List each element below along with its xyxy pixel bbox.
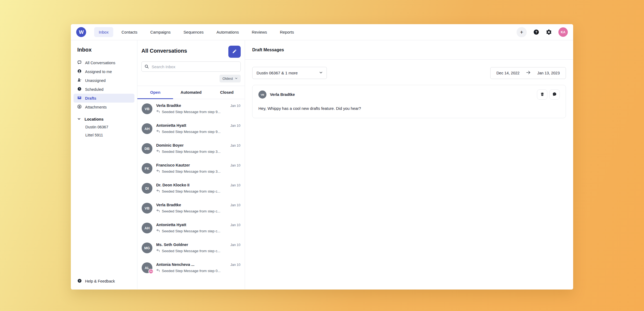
contact-name: Verla Bradtke	[270, 92, 295, 97]
channel-badge: TU	[148, 269, 153, 274]
sidebar-item-assigned-to-me[interactable]: Assigned to me	[74, 67, 134, 76]
reply-arrow-icon	[156, 249, 160, 253]
message-preview: Seeded Step Message from step 3...	[162, 150, 221, 154]
sidebar-item-unassigned[interactable]: Unassigned	[74, 76, 134, 85]
user-minus-icon	[77, 78, 82, 83]
conversation-list-item[interactable]: MG Ms. Seth Goldner Jan 10 Seeded Step M…	[137, 238, 245, 258]
draft-messages-panel: Draft Messages Dustin 06367 & 1 more Dec…	[245, 40, 573, 289]
tab-closed[interactable]: Closed	[209, 86, 245, 99]
settings-gear-icon[interactable]	[546, 29, 552, 35]
nav-item-inbox[interactable]: Inbox	[94, 27, 113, 37]
reply-arrow-icon	[156, 149, 160, 154]
conversation-date: Jan 10	[230, 144, 240, 147]
clock-icon	[77, 87, 82, 92]
primary-nav: Inbox Contacts Campaigns Sequences Autom…	[94, 27, 298, 37]
tab-automated[interactable]: Automated	[173, 86, 209, 99]
user-avatar[interactable]: KA	[558, 27, 568, 37]
conversation-list-item[interactable]: VB Verla Bradtke Jan 10 Seeded Step Mess…	[137, 99, 245, 119]
conversation-date: Jan 10	[230, 263, 240, 267]
help-feedback-label: Help & Feedback	[85, 279, 115, 283]
tab-open[interactable]: Open	[137, 86, 173, 99]
contact-name: Dominic Boyer	[156, 143, 184, 147]
locations-section-header[interactable]: Locations	[77, 117, 134, 121]
sidebar-item-attachments[interactable]: Attachments	[74, 103, 134, 111]
conversation-date: Jan 10	[230, 183, 240, 187]
conversation-date: Jan 10	[230, 104, 240, 108]
chevron-down-icon	[77, 117, 81, 121]
conversation-date: Jan 10	[230, 203, 240, 207]
sidebar-item-drafts[interactable]: Drafts	[74, 94, 134, 103]
sidebar-item-label: Attachments	[85, 105, 107, 109]
conversation-date: Jan 10	[230, 164, 240, 167]
location-filter-value: Dustin 06367 & 1 more	[257, 71, 298, 75]
conversation-list-item[interactable]: AH Antonietta Hyatt Jan 10 Seeded Step M…	[137, 119, 245, 139]
search-icon	[144, 64, 149, 70]
conversation-list-item[interactable]: AH Antonietta Hyatt Jan 10 Seeded Step M…	[137, 218, 245, 238]
help-feedback-link[interactable]: ? Help & Feedback	[77, 279, 115, 284]
chevron-down-icon	[235, 77, 238, 81]
sidebar-item-label: Unassigned	[85, 78, 106, 83]
conversation-list-item[interactable]: VB Verla Bradtke Jan 10 Seeded Step Mess…	[137, 198, 245, 218]
reply-arrow-icon	[156, 229, 160, 233]
date-range-picker[interactable]: Dec 14, 2022 Jan 13, 2023	[490, 67, 566, 79]
sidebar-item-label: Assigned to me	[85, 70, 112, 74]
question-circle-icon: ?	[77, 279, 82, 284]
nav-item-automations[interactable]: Automations	[212, 27, 243, 37]
location-item-littel[interactable]: Littel 5911	[74, 131, 134, 139]
nav-item-reports[interactable]: Reports	[275, 27, 299, 37]
conversation-list-item[interactable]: DI Dr. Deon Klocko II Jan 10 Seeded Step…	[137, 179, 245, 198]
conversations-title: All Conversations	[141, 46, 187, 54]
top-nav: W Inbox Contacts Campaigns Sequences Aut…	[71, 24, 573, 40]
draft-message-text: Hey, Whippy has a cool new drafts featur…	[258, 106, 560, 111]
message-preview: Seeded Step Message from step 3...	[162, 169, 221, 173]
chat-bubble-icon	[552, 92, 557, 97]
delete-draft-button[interactable]	[537, 89, 547, 100]
search-input[interactable]	[141, 62, 241, 72]
paperclip-icon	[77, 104, 82, 110]
conversation-date: Jan 10	[230, 223, 240, 227]
whippy-logo-icon[interactable]: W	[76, 27, 86, 37]
location-item-dustin[interactable]: Dustin 06367	[74, 123, 134, 131]
contact-avatar: DB	[142, 143, 152, 154]
open-conversation-button[interactable]	[549, 89, 560, 100]
contact-avatar: VB	[142, 203, 152, 214]
arrow-right-icon	[526, 70, 531, 76]
nav-item-contacts[interactable]: Contacts	[117, 27, 142, 37]
contact-name: Francisco Kautzer	[156, 163, 190, 167]
contact-avatar: VB	[258, 91, 266, 99]
contact-avatar: DI	[142, 183, 152, 194]
contact-avatar: AH	[142, 223, 152, 233]
help-icon[interactable]: ?	[533, 29, 539, 35]
svg-text:?: ?	[79, 280, 80, 282]
sidebar-item-all-conversations[interactable]: All Conversations	[74, 58, 134, 67]
conversation-list-item[interactable]: DB Dominic Boyer Jan 10 Seeded Step Mess…	[137, 139, 245, 159]
pencil-icon	[232, 49, 237, 55]
app-window: W Inbox Contacts Campaigns Sequences Aut…	[71, 24, 573, 290]
contact-name: Antonietta Hyatt	[156, 123, 186, 128]
locations-title: Locations	[85, 117, 104, 121]
nav-item-reviews[interactable]: Reviews	[247, 27, 272, 37]
contact-avatar: FK	[142, 163, 152, 174]
draft-message-card[interactable]: VB Verla Bradtke Hey, Whippy has a cool …	[252, 85, 566, 118]
conversation-list-item[interactable]: AL TU Antonia Nencheva ... Jan 10 Seeded…	[137, 258, 245, 278]
nav-item-sequences[interactable]: Sequences	[179, 27, 208, 37]
sidebar-item-label: All Conversations	[85, 61, 115, 65]
contact-name: Dr. Deon Klocko II	[156, 183, 189, 187]
contact-avatar: VB	[142, 103, 152, 114]
contact-name: Antonia Nencheva ...	[156, 262, 195, 267]
location-filter-dropdown[interactable]: Dustin 06367 & 1 more	[252, 67, 327, 79]
conversation-list-item[interactable]: FK Francisco Kautzer Jan 10 Seeded Step …	[137, 159, 245, 179]
draft-messages-title: Draft Messages	[252, 48, 284, 52]
conversation-tabs: Open Automated Closed	[137, 86, 245, 99]
svg-text:?: ?	[535, 30, 537, 34]
sidebar-item-scheduled[interactable]: Scheduled	[74, 85, 134, 94]
sort-dropdown[interactable]: Oldest	[219, 75, 241, 82]
nav-actions: + ? KA	[517, 27, 568, 37]
message-preview: Seeded Step Message from step 0...	[162, 269, 221, 273]
create-new-button[interactable]: +	[517, 27, 527, 37]
reply-arrow-icon	[156, 110, 160, 114]
date-to-value: Jan 13, 2023	[537, 71, 560, 75]
compose-button[interactable]	[228, 46, 241, 58]
chat-square-icon	[77, 60, 82, 65]
nav-item-campaigns[interactable]: Campaigns	[146, 27, 175, 37]
